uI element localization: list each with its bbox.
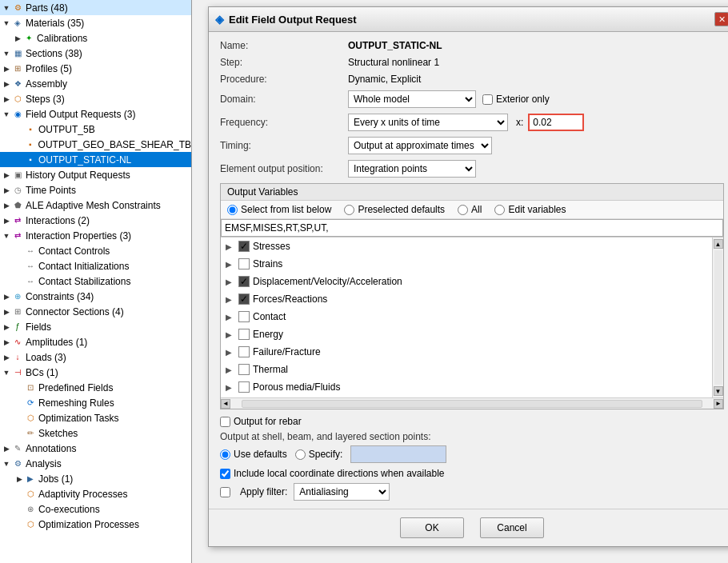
sidebar-item-fields[interactable]: ▶ ƒ Fields: [0, 319, 191, 334]
expand-contact-controls[interactable]: [14, 246, 24, 256]
tree-item-strains[interactable]: ▶ Strains: [221, 255, 712, 273]
sidebar-item-sketches[interactable]: ✏ Sketches: [0, 425, 191, 441]
expand-failure[interactable]: ▶: [226, 348, 238, 357]
specify-radio[interactable]: [295, 449, 306, 460]
tree-item-forces[interactable]: ▶ ✓ Forces/Reactions: [221, 290, 712, 308]
sidebar-item-calibrations[interactable]: ▶ ✦ Calibrations: [0, 30, 191, 46]
scroll-up-btn[interactable]: ▲: [714, 239, 723, 249]
expand-analysis[interactable]: ▼: [2, 459, 11, 469]
cancel-button[interactable]: Cancel: [480, 517, 544, 538]
expand-amplitudes[interactable]: ▶: [2, 337, 11, 347]
sidebar-item-co-exec[interactable]: ⊛ Co-executions: [0, 501, 191, 517]
x-value-input[interactable]: [528, 114, 584, 131]
use-defaults-radio[interactable]: [220, 449, 230, 460]
radio-select-list-input[interactable]: [227, 205, 238, 215]
model-tree[interactable]: ▼ ⚙ Parts (48) ▼ ◈ Materials (35) ▶ ✦ Ca…: [0, 0, 192, 563]
sidebar-item-ale[interactable]: ▶ ⬟ ALE Adaptive Mesh Constraints: [0, 198, 191, 213]
check-strains[interactable]: [238, 258, 250, 270]
sidebar-item-loads[interactable]: ▶ ↓ Loads (3): [0, 349, 191, 365]
radio-edit-input[interactable]: [494, 205, 505, 215]
sidebar-item-steps[interactable]: ▶ ⬡ Steps (3): [0, 91, 191, 106]
check-thermal[interactable]: [238, 364, 250, 375]
expand-contact[interactable]: ▶: [226, 313, 238, 321]
sidebar-item-connector-sections[interactable]: ▶ ⊞ Connector Sections (4): [0, 304, 191, 319]
sidebar-item-predefined-fields[interactable]: ⊡ Predefined Fields: [0, 380, 191, 395]
expand-ale[interactable]: ▶: [2, 201, 11, 210]
expand-contact-init[interactable]: [14, 262, 24, 271]
expand-calibrations[interactable]: ▶: [13, 34, 22, 43]
sidebar-item-analysis[interactable]: ▼ ⚙ Analysis: [0, 456, 191, 471]
radio-select-list[interactable]: Select from list below: [227, 204, 331, 215]
expand-constraints[interactable]: ▶: [2, 292, 11, 301]
radio-all[interactable]: All: [458, 204, 482, 215]
ok-button[interactable]: OK: [400, 517, 464, 538]
expand-output-static-nl[interactable]: [14, 155, 24, 165]
expand-materials[interactable]: ▼: [2, 18, 11, 28]
sidebar-item-interaction-props[interactable]: ▼ ⇄ Interaction Properties (3): [0, 228, 191, 243]
specify-option[interactable]: Specify:: [295, 449, 343, 460]
expand-time-points[interactable]: ▶: [2, 186, 11, 195]
expand-strains[interactable]: ▶: [226, 260, 238, 269]
expand-field-output[interactable]: ▼: [2, 110, 11, 119]
expand-porous[interactable]: ▶: [226, 383, 238, 392]
expand-opt-tasks[interactable]: [14, 413, 24, 423]
sidebar-item-bcs[interactable]: ▼ ⊣ BCs (1): [0, 365, 191, 380]
sidebar-item-assembly[interactable]: ▶ ❖ Assembly: [0, 76, 191, 91]
expand-output-5b[interactable]: [14, 125, 24, 134]
expand-parts[interactable]: ▼: [2, 3, 11, 13]
sidebar-item-contact-controls[interactable]: ↔ Contact Controls: [0, 243, 191, 258]
vars-tree-list[interactable]: ▶ ✓ Stresses ▶ Strains ▶ ✓ Displa: [221, 238, 712, 397]
radio-preselected[interactable]: Preselected defaults: [344, 204, 445, 215]
scroll-down-btn[interactable]: ▼: [714, 386, 723, 396]
expand-remesh[interactable]: [14, 398, 24, 408]
domain-select[interactable]: Whole model Set Skin Fastener: [348, 90, 476, 108]
sidebar-item-profiles[interactable]: ▶ ⊞ Profiles (5): [0, 61, 191, 76]
sidebar-item-contact-stab[interactable]: ↔ Contact Stabilizations: [0, 274, 191, 289]
tree-item-thermal[interactable]: ▶ Thermal: [221, 361, 712, 378]
expand-profiles[interactable]: ▶: [2, 64, 11, 74]
tree-item-contact[interactable]: ▶ Contact: [221, 308, 712, 325]
coord-checkbox[interactable]: [220, 469, 230, 479]
check-forces[interactable]: ✓: [238, 293, 250, 305]
expand-coexec[interactable]: [14, 505, 24, 514]
use-defaults-option[interactable]: Use defaults: [220, 449, 287, 460]
sidebar-item-parts[interactable]: ▼ ⚙ Parts (48): [0, 0, 191, 15]
specify-input[interactable]: [350, 445, 446, 463]
filter-select[interactable]: Antialiasing None: [294, 483, 390, 501]
sidebar-item-adaptivity[interactable]: ⬡ Adaptivity Processes: [0, 486, 191, 501]
sidebar-item-opt-proc[interactable]: ⬡ Optimization Processes: [0, 517, 191, 532]
filter-checkbox[interactable]: [220, 487, 230, 497]
scroll-left-btn[interactable]: ◄: [221, 399, 230, 409]
expand-jobs[interactable]: ▶: [14, 474, 24, 484]
sidebar-item-output-static-nl[interactable]: ▪ OUTPUT_STATIC-NL: [0, 152, 191, 167]
expand-loads[interactable]: ▶: [2, 353, 11, 362]
radio-preselected-input[interactable]: [344, 205, 354, 215]
radio-all-input[interactable]: [458, 205, 468, 215]
expand-sketches[interactable]: [14, 429, 24, 438]
tree-item-porous[interactable]: ▶ Porous media/Fluids: [221, 378, 712, 396]
expand-predef[interactable]: [14, 383, 24, 393]
tree-item-stresses[interactable]: ▶ ✓ Stresses: [221, 238, 712, 255]
expand-output-geo[interactable]: [14, 140, 24, 150]
expand-steps[interactable]: ▶: [2, 94, 11, 104]
timing-select[interactable]: Output at approximate times Output at ex…: [348, 137, 492, 154]
sidebar-item-jobs[interactable]: ▶ ▶ Jobs (1): [0, 471, 191, 486]
expand-bcs[interactable]: ▼: [2, 368, 11, 377]
expand-interactions[interactable]: ▶: [2, 216, 11, 226]
tree-item-energy[interactable]: ▶ Energy: [221, 325, 712, 343]
sidebar-item-output-5b[interactable]: ▪ OUTPUT_5B: [0, 122, 191, 137]
sidebar-item-contact-init[interactable]: ↔ Contact Initializations: [0, 258, 191, 274]
check-contact[interactable]: [238, 311, 250, 322]
expand-thermal[interactable]: ▶: [226, 365, 238, 374]
expand-connector[interactable]: ▶: [2, 307, 11, 317]
sidebar-item-history-output[interactable]: ▶ ▣ History Output Requests: [0, 167, 191, 182]
expand-history[interactable]: ▶: [2, 170, 11, 180]
sidebar-item-constraints[interactable]: ▶ ⊕ Constraints (34): [0, 289, 191, 304]
expand-fields[interactable]: ▶: [2, 322, 11, 332]
sidebar-item-amplitudes[interactable]: ▶ ∿ Amplitudes (1): [0, 334, 191, 349]
sidebar-item-annotations[interactable]: ▶ ✎ Annotations: [0, 441, 191, 456]
radio-edit[interactable]: Edit variables: [494, 204, 566, 215]
sidebar-item-time-points[interactable]: ▶ ◷ Time Points: [0, 182, 191, 198]
exterior-only-checkbox[interactable]: [482, 94, 493, 105]
expand-annotations[interactable]: ▶: [2, 444, 11, 453]
